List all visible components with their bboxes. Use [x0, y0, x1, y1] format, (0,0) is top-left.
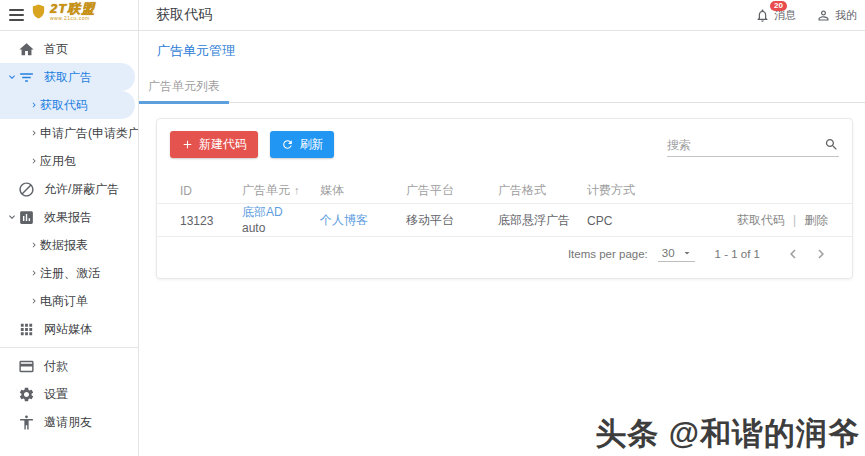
home-icon — [18, 41, 35, 58]
header-media: 媒体 — [320, 182, 406, 199]
profile-button[interactable]: 我的 — [816, 0, 857, 30]
bar-chart-icon — [18, 209, 35, 226]
search-icon[interactable] — [824, 137, 839, 152]
cell-billing: CPC — [587, 214, 737, 228]
next-page-button[interactable] — [812, 245, 830, 263]
chevron-left-icon — [784, 245, 802, 263]
ad-unit-link[interactable]: 底部AD — [242, 205, 320, 221]
watermark-text: 头条 @和谐的润爷 — [595, 413, 860, 455]
section-title: 广告单元管理 — [157, 42, 235, 60]
chevron-right-icon — [29, 156, 39, 166]
person-icon — [816, 8, 831, 23]
chevron-right-icon — [29, 100, 39, 110]
sidebar-item-get-code[interactable]: 获取代码 — [0, 91, 135, 119]
filter-list-icon — [18, 69, 35, 86]
delete-action[interactable]: 删除 — [804, 213, 828, 227]
plus-icon — [181, 138, 194, 151]
tab-ad-unit-list[interactable]: 广告单元列表 — [139, 70, 229, 103]
header-format: 广告格式 — [498, 182, 587, 199]
sidebar-section-divider — [0, 347, 138, 348]
sort-ascending-indicator: ↑ — [294, 184, 300, 196]
items-per-page-label: Items per page: — [568, 248, 648, 260]
credit-card-icon — [18, 358, 35, 375]
header-ad-unit[interactable]: 广告单元↑ — [242, 182, 320, 199]
get-code-action[interactable]: 获取代码 — [737, 213, 785, 227]
pagination-range-label: 1 - 1 of 1 — [715, 248, 760, 260]
pagination-bar: Items per page: 30 1 - 1 of 1 — [157, 237, 852, 271]
shield-logo-icon — [30, 2, 47, 21]
sidebar-divider-line — [138, 0, 139, 456]
sidebar-item-data-reports[interactable]: 数据报表 — [0, 231, 135, 259]
table-row: 13123 底部AD auto 个人博客 移动平台 底部悬浮广告 CPC 获取代… — [157, 205, 852, 237]
sidebar-item-apply-ads[interactable]: 申请广告(申请类广告) — [0, 119, 135, 147]
sidebar-item-home[interactable]: 首页 — [0, 35, 135, 63]
cell-id: 13123 — [180, 214, 242, 228]
chevron-right-icon — [29, 128, 39, 138]
cell-ad-unit: 底部AD auto — [242, 205, 320, 236]
items-per-page-select[interactable]: 30 — [658, 246, 695, 262]
header-billing: 计费方式 — [587, 182, 737, 199]
header-platform: 广告平台 — [406, 182, 498, 199]
tab-bar: 广告单元列表 — [139, 70, 865, 103]
topbar-actions: 消息 20 我的 — [755, 0, 857, 30]
gear-icon — [18, 386, 35, 403]
sidebar-item-invite-friends[interactable]: 邀请朋友 — [0, 408, 135, 436]
messages-button[interactable]: 消息 20 — [755, 0, 796, 30]
previous-page-button[interactable] — [784, 245, 802, 263]
menu-hamburger-icon[interactable] — [9, 9, 24, 21]
chevron-right-icon — [29, 268, 39, 278]
refresh-icon — [281, 138, 294, 151]
top-bar: 2T联盟 www.21cu.com 获取代码 消息 20 我的 — [0, 0, 865, 31]
cell-platform: 移动平台 — [406, 212, 498, 229]
card-toolbar: 新建代码 刷新 — [170, 131, 839, 159]
sidebar-item-register-activate[interactable]: 注册、激活 — [0, 259, 135, 287]
chevron-right-icon — [812, 245, 830, 263]
cell-media-link[interactable]: 个人博客 — [320, 212, 406, 229]
header-id: ID — [180, 184, 242, 198]
table-header-row: ID 广告单元↑ 媒体 广告平台 广告格式 计费方式 — [157, 178, 852, 204]
chevron-right-icon — [29, 296, 39, 306]
caret-down-icon — [681, 247, 693, 259]
cell-format: 底部悬浮广告 — [498, 212, 587, 229]
chevron-down-icon — [6, 71, 18, 83]
sidebar: 首页 获取广告 获取代码 申请广告(申请类广告) 应用包 允许/屏蔽广告 效果报… — [0, 31, 138, 456]
sidebar-item-payment[interactable]: 付款 — [0, 352, 135, 380]
sidebar-item-allow-block-ads[interactable]: 允许/屏蔽广告 — [0, 175, 135, 203]
refresh-button[interactable]: 刷新 — [270, 131, 334, 158]
new-code-button[interactable]: 新建代码 — [170, 131, 258, 158]
search-input[interactable] — [667, 138, 824, 152]
invite-person-icon — [18, 414, 35, 431]
messages-badge: 20 — [770, 1, 787, 11]
sidebar-group-get-ads[interactable]: 获取广告 — [0, 63, 135, 91]
page-title: 获取代码 — [156, 0, 212, 30]
logo-title: 2T联盟 — [50, 2, 95, 15]
block-icon — [18, 181, 35, 198]
sidebar-item-website-media[interactable]: 网站媒体 — [0, 315, 135, 343]
search-field — [667, 133, 839, 157]
main-content: 广告单元管理 广告单元列表 新建代码 刷新 ID 广告单元↑ — [139, 31, 865, 456]
chevron-down-icon — [6, 211, 18, 223]
ad-unit-card: 新建代码 刷新 ID 广告单元↑ 媒体 广告平台 广告格式 计费方式 13123 — [156, 118, 853, 279]
sidebar-item-settings[interactable]: 设置 — [0, 380, 135, 408]
ad-unit-subtext: auto — [242, 221, 320, 237]
bell-icon — [755, 8, 770, 23]
active-tab-indicator — [139, 101, 229, 104]
cell-actions: 获取代码|删除 — [737, 212, 854, 229]
sidebar-item-ecommerce-orders[interactable]: 电商订单 — [0, 287, 135, 315]
apps-grid-icon — [18, 321, 35, 338]
logo-subtitle: www.21cu.com — [50, 16, 95, 21]
sidebar-item-app-package[interactable]: 应用包 — [0, 147, 135, 175]
sidebar-group-reports[interactable]: 效果报告 — [0, 203, 135, 231]
chevron-right-icon — [29, 240, 39, 250]
action-separator: | — [793, 213, 796, 227]
app-logo[interactable]: 2T联盟 www.21cu.com — [30, 2, 95, 21]
profile-label: 我的 — [835, 8, 857, 23]
